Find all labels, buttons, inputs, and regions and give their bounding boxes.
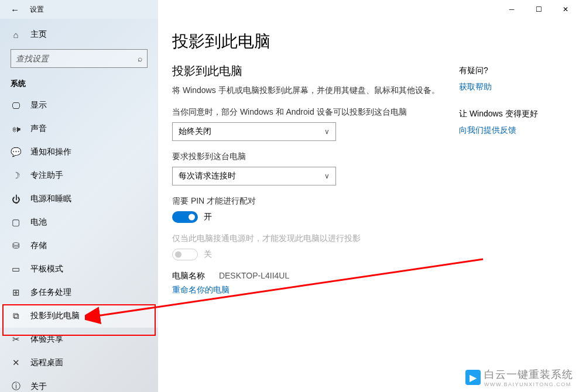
search-box[interactable]: ⌕ <box>11 49 148 68</box>
about-icon: ⓘ <box>11 381 21 392</box>
sidebar-item-tablet[interactable]: ▭平板模式 <box>0 257 158 281</box>
sidebar-item-notif[interactable]: 💬通知和操作 <box>0 140 158 164</box>
sidebar-item-power[interactable]: ⏻电源和睡眠 <box>0 187 158 211</box>
display-icon: 🖵 <box>11 101 21 111</box>
remote-icon: ✕ <box>11 357 21 368</box>
tablet-icon: ▭ <box>11 264 21 274</box>
setting-availability-dropdown[interactable]: 始终关闭 ∨ <box>172 122 336 141</box>
sidebar: ⌂ 主页 ⌕ 系统 🖵显示🕪声音💬通知和操作☽专注助手⏻电源和睡眠▢电池⛁存储▭… <box>0 19 158 392</box>
storage-icon: ⛁ <box>11 240 21 251</box>
close-button[interactable]: ✕ <box>552 0 579 19</box>
sidebar-item-remote[interactable]: ✕远程桌面 <box>0 351 158 374</box>
window-title: 设置 <box>30 5 44 15</box>
sidebar-item-shared[interactable]: ✂体验共享 <box>0 328 158 351</box>
setting-pin-label: 需要 PIN 才能进行配对 <box>172 196 453 207</box>
rename-pc-link[interactable]: 重命名你的电脑 <box>172 285 453 295</box>
sidebar-item-label: 电源和睡眠 <box>30 194 71 204</box>
section-title: 投影到此电脑 <box>172 63 453 79</box>
page-title: 投影到此电脑 <box>172 30 453 53</box>
search-icon: ⌕ <box>138 54 142 63</box>
setting-pin-value: 开 <box>204 212 212 222</box>
sidebar-item-label: 平板模式 <box>30 264 63 274</box>
watermark: ▶ 白云一键重装系统 WWW.BAIYUNXITONG.COM <box>465 367 573 387</box>
watermark-icon: ▶ <box>465 370 481 385</box>
sidebar-item-label: 多任务处理 <box>30 287 71 298</box>
setting-power-toggle <box>172 249 198 260</box>
sidebar-item-multitask[interactable]: ⊞多任务处理 <box>0 281 158 304</box>
sidebar-item-label: 声音 <box>30 123 47 134</box>
aside-questions-heading: 有疑问? <box>459 66 564 76</box>
aside: 有疑问? 获取帮助 让 Windows 变得更好 向我们提供反馈 <box>453 30 564 386</box>
get-help-link[interactable]: 获取帮助 <box>459 82 564 92</box>
sidebar-item-label: 存储 <box>30 240 47 251</box>
sidebar-item-label: 专注助手 <box>30 170 63 181</box>
maximize-button[interactable]: ☐ <box>525 0 552 19</box>
feedback-link[interactable]: 向我们提供反馈 <box>459 125 564 136</box>
setting-availability-label: 当你同意时，部分 Windows 和 Android 设备可以投影到这台电脑 <box>172 107 453 118</box>
aside-improve-heading: 让 Windows 变得更好 <box>459 109 564 119</box>
home-icon: ⌂ <box>11 30 21 40</box>
sidebar-item-project[interactable]: ⧉投影到此电脑 <box>0 304 158 328</box>
chevron-down-icon: ∨ <box>324 128 330 136</box>
setting-pin-toggle[interactable] <box>172 211 198 223</box>
sidebar-item-about[interactable]: ⓘ关于 <box>0 374 158 392</box>
back-button[interactable]: ← <box>11 5 19 15</box>
setting-power-value: 关 <box>204 249 212 260</box>
project-icon: ⧉ <box>11 311 21 321</box>
main-content: 投影到此电脑 投影到此电脑 将 Windows 手机或电脑投影到此屏幕，并使用其… <box>158 19 579 392</box>
sidebar-item-label: 远程桌面 <box>30 357 63 368</box>
sidebar-item-label: 投影到此电脑 <box>30 311 80 321</box>
sidebar-item-sound[interactable]: 🕪声音 <box>0 117 158 140</box>
multitask-icon: ⊞ <box>11 287 21 298</box>
search-input[interactable] <box>16 54 138 63</box>
sidebar-item-moon[interactable]: ☽专注助手 <box>0 164 158 187</box>
setting-ask-dropdown[interactable]: 每次请求连接时 ∨ <box>172 167 336 185</box>
sidebar-home-label: 主页 <box>30 29 47 40</box>
moon-icon: ☽ <box>11 170 21 181</box>
dropdown-value: 每次请求连接时 <box>179 171 236 181</box>
dropdown-value: 始终关闭 <box>179 126 211 137</box>
battery-icon: ▢ <box>11 217 21 228</box>
section-description: 将 Windows 手机或电脑投影到此屏幕，并使用其键盘、鼠标和其他设备。 <box>172 85 453 97</box>
setting-ask-label: 要求投影到这台电脑 <box>172 152 453 162</box>
sidebar-item-label: 通知和操作 <box>30 147 71 157</box>
sidebar-item-label: 关于 <box>30 381 47 392</box>
watermark-text: 白云一键重装系统 <box>484 367 573 381</box>
titlebar: ← 设置 ─ ☐ ✕ <box>0 0 579 19</box>
shared-icon: ✂ <box>11 334 21 345</box>
sound-icon: 🕪 <box>11 124 21 134</box>
sidebar-item-display[interactable]: 🖵显示 <box>0 94 158 117</box>
sidebar-home[interactable]: ⌂ 主页 <box>0 25 158 44</box>
sidebar-item-storage[interactable]: ⛁存储 <box>0 234 158 257</box>
pc-name-value: DESKTOP-L4II4UL <box>219 271 289 280</box>
notif-icon: 💬 <box>11 147 21 157</box>
window-controls: ─ ☐ ✕ <box>498 0 579 19</box>
minimize-button[interactable]: ─ <box>498 0 525 19</box>
sidebar-item-label: 电池 <box>30 217 47 228</box>
setting-power-label: 仅当此电脑接通电源时，才能发现此电脑以进行投影 <box>172 233 453 244</box>
sidebar-item-battery[interactable]: ▢电池 <box>0 211 158 234</box>
power-icon: ⏻ <box>11 194 21 204</box>
sidebar-category: 系统 <box>0 75 158 94</box>
watermark-url: WWW.BAIYUNXITONG.COM <box>484 381 573 387</box>
sidebar-item-label: 显示 <box>30 100 47 111</box>
chevron-down-icon: ∨ <box>324 172 330 180</box>
sidebar-item-label: 体验共享 <box>30 334 63 345</box>
pc-name-label: 电脑名称 <box>172 271 205 281</box>
